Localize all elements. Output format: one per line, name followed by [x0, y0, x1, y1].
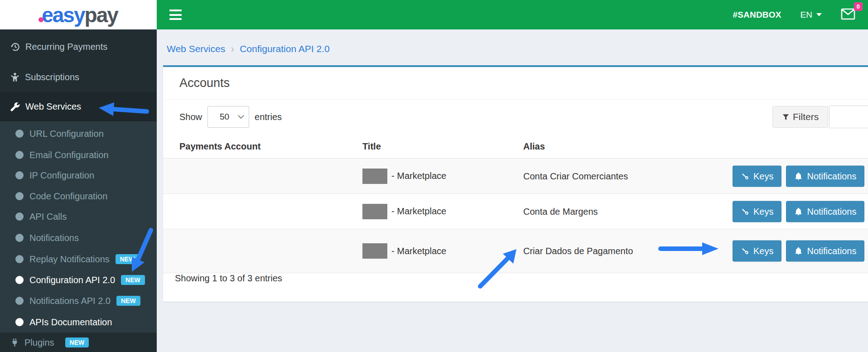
- column-header-title: Title: [362, 141, 381, 152]
- page-size-control: Show 50 entries: [179, 106, 282, 128]
- sidebar-item-label: Notifications API 2.0: [29, 296, 111, 306]
- circle-bullet-icon: [15, 192, 24, 200]
- title-text: - Marketplace: [391, 206, 446, 217]
- sidebar-item-configuration-api-2[interactable]: Configuration API 2.0 NEW: [0, 270, 157, 290]
- sidebar-item-label: API Calls: [29, 212, 67, 222]
- row-actions: Keys Notifications: [733, 201, 864, 222]
- circle-bullet-icon: [15, 276, 24, 284]
- circle-bullet-icon: [15, 130, 24, 138]
- sidebar-item-api-calls[interactable]: API Calls: [0, 206, 157, 227]
- sidebar-item-label: Web Services: [25, 101, 81, 112]
- language-dropdown[interactable]: EN: [800, 10, 822, 20]
- new-badge: NEW: [121, 275, 145, 285]
- sidebar-item-label: Replay Notifications: [29, 254, 110, 265]
- redacted-title-id: [362, 169, 387, 184]
- circle-bullet-icon: [15, 255, 24, 263]
- sidebar-item-subscriptions[interactable]: Subscriptions: [0, 68, 157, 86]
- messages-button[interactable]: 0: [841, 8, 855, 22]
- keys-label: Keys: [753, 171, 773, 181]
- easypay-logo: easypay: [39, 5, 118, 25]
- sidebar-item-apis-documentation[interactable]: APIs Documentation: [0, 312, 157, 333]
- table-row: - Marketplace Criar Dados de Pagamento K…: [163, 229, 868, 273]
- keys-label: Keys: [753, 206, 773, 217]
- chevron-down-icon: [816, 13, 822, 16]
- title-cell: - Marketplace: [362, 243, 446, 259]
- circle-bullet-icon: [15, 212, 24, 221]
- sidebar-item-label: APIs Documentation: [29, 317, 112, 328]
- topbar-right: #SANDBOX EN 0: [733, 0, 855, 29]
- bell-icon: [794, 207, 803, 216]
- sidebar-item-label: IP Configuration: [29, 170, 94, 181]
- new-badge: NEW: [116, 254, 140, 264]
- key-icon: [741, 207, 749, 216]
- sidebar-item-plugins[interactable]: Plugins NEW: [0, 333, 157, 352]
- easypay-backoffice-screen: #SANDBOX EN 0 easypay: [0, 0, 868, 352]
- sidebar-item-label: Configuration API 2.0: [29, 275, 115, 285]
- sidebar-item-replay-notifications[interactable]: Replay Notifications NEW: [0, 249, 157, 270]
- notifications-button[interactable]: Notifications: [786, 165, 864, 187]
- row-actions: Keys Notifications: [733, 165, 864, 187]
- notifications-label: Notifications: [807, 171, 856, 181]
- sidebar-item-recurring-payments[interactable]: Recurring Payments: [0, 38, 157, 56]
- key-icon: [741, 172, 749, 180]
- notifications-button[interactable]: Notifications: [786, 201, 864, 222]
- chevron-right-icon: ›: [231, 43, 234, 54]
- key-icon: [741, 247, 749, 256]
- page-size-value: 50: [220, 112, 229, 122]
- keys-button[interactable]: Keys: [733, 165, 781, 187]
- redacted-title-id: [362, 243, 387, 259]
- sidebar-item-label: Subscriptions: [25, 72, 79, 82]
- circle-bullet-icon: [15, 151, 24, 159]
- show-label: Show: [179, 112, 202, 122]
- notifications-label: Notifications: [807, 206, 856, 217]
- table-info-text: Showing 1 to 3 of 3 entries: [175, 273, 282, 284]
- sidebar-item-url-configuration[interactable]: URL Configuration: [0, 123, 157, 144]
- keys-button[interactable]: Keys: [733, 201, 781, 222]
- sandbox-badge: #SANDBOX: [733, 10, 781, 20]
- menu-toggle-icon[interactable]: [169, 10, 182, 20]
- logo-box[interactable]: easypay: [0, 0, 157, 29]
- language-label: EN: [800, 10, 812, 20]
- table-header: Payments Account Title Alias: [163, 138, 868, 159]
- title-cell: - Marketplace: [362, 204, 446, 219]
- sidebar-item-notifications[interactable]: Notifications: [0, 227, 157, 248]
- alias-cell: Criar Dados de Pagamento: [523, 246, 633, 256]
- title-cell: - Marketplace: [362, 169, 446, 184]
- plug-icon: [10, 338, 19, 347]
- table-row: - Marketplace Conta Criar Comerciantes K…: [163, 159, 868, 194]
- title-text: - Marketplace: [391, 171, 446, 181]
- notifications-label: Notifications: [807, 246, 856, 256]
- table-row: - Marketplace Conta de Margens Keys Noti…: [163, 194, 868, 229]
- chevron-down-icon: [238, 112, 244, 119]
- filters-button[interactable]: Filters: [772, 106, 828, 128]
- entries-label: entries: [255, 112, 282, 122]
- row-actions: Keys Notifications: [733, 241, 864, 262]
- title-text: - Marketplace: [391, 246, 446, 256]
- sidebar-item-label: Code Configuration: [29, 191, 107, 202]
- sidebar-item-ip-configuration[interactable]: IP Configuration: [0, 165, 157, 186]
- sidebar-item-web-services[interactable]: Web Services: [0, 92, 157, 121]
- new-badge: NEW: [116, 296, 140, 306]
- funnel-icon: [782, 113, 790, 121]
- breadcrumb-web-services-link[interactable]: Web Services: [167, 43, 225, 54]
- filters-label: Filters: [793, 111, 819, 122]
- sidebar-item-label: URL Configuration: [29, 129, 104, 139]
- keys-button[interactable]: Keys: [733, 241, 781, 262]
- sidebar-item-email-configuration[interactable]: Email Configuration: [0, 145, 157, 165]
- wrench-icon: [10, 101, 20, 112]
- sidebar-item-code-configuration[interactable]: Code Configuration: [0, 186, 157, 207]
- page-title: Accounts: [179, 76, 230, 90]
- page-size-select[interactable]: 50: [207, 106, 249, 128]
- redacted-title-id: [362, 204, 387, 219]
- column-header-payments-account: Payments Account: [179, 141, 260, 152]
- history-icon: [10, 42, 20, 52]
- sidebar-item-notifications-api-2[interactable]: Notifications API 2.0 NEW: [0, 290, 157, 311]
- notifications-button[interactable]: Notifications: [786, 241, 864, 262]
- accounts-panel: Accounts Show 50 entries Filters Payment…: [163, 65, 868, 302]
- breadcrumb-configuration-api-link[interactable]: Configuration API 2.0: [240, 43, 329, 54]
- search-input[interactable]: [829, 106, 868, 128]
- breadcrumb: Web Services › Configuration API 2.0: [167, 43, 330, 54]
- alias-cell: Conta de Margens: [523, 206, 598, 217]
- circle-bullet-icon: [15, 234, 24, 242]
- circle-bullet-icon: [15, 171, 24, 179]
